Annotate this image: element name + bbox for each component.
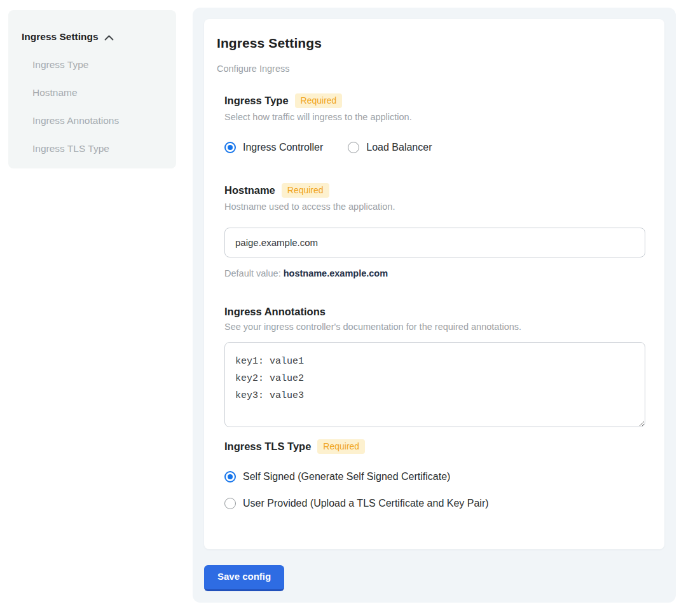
ingress-settings-panel: Ingress Settings Configure Ingress Ingre… <box>193 8 676 603</box>
hostname-default-value: Default value: hostname.example.com <box>224 268 645 278</box>
settings-sidebar: Ingress Settings Ingress Type Hostname I… <box>8 10 176 168</box>
required-badge: Required <box>317 439 365 454</box>
radio-label: User Provided (Upload a TLS Certificate … <box>243 498 489 509</box>
chevron-up-icon <box>104 34 114 41</box>
ingress-tls-type-label: Ingress TLS Type <box>224 441 311 453</box>
radio-icon[interactable] <box>348 142 359 153</box>
radio-icon[interactable] <box>224 471 236 483</box>
hostname-label: Hostname <box>224 184 275 196</box>
save-config-button[interactable]: Save config <box>204 565 284 591</box>
section-ingress-tls-type: Ingress TLS Type Required Self Signed (G… <box>224 439 645 509</box>
radio-option-user-provided[interactable]: User Provided (Upload a TLS Certificate … <box>224 498 645 509</box>
page-title: Ingress Settings <box>217 36 645 51</box>
ingress-annotations-textarea[interactable]: key1: value1 key2: value2 key3: value3 <box>224 342 645 427</box>
radio-icon[interactable] <box>224 498 236 509</box>
radio-label: Ingress Controller <box>243 142 323 153</box>
sidebar-item-hostname[interactable]: Hostname <box>32 87 163 99</box>
ingress-annotations-label: Ingress Annotations <box>224 306 326 318</box>
section-ingress-type: Ingress Type Required Select how traffic… <box>224 93 645 153</box>
sidebar-section-title: Ingress Settings <box>22 31 99 43</box>
hostname-help: Hostname used to access the application. <box>224 202 645 212</box>
radio-label: Self Signed (Generate Self Signed Certif… <box>243 471 450 483</box>
radio-option-load-balancer[interactable]: Load Balancer <box>348 142 432 153</box>
sidebar-item-ingress-tls-type[interactable]: Ingress TLS Type <box>32 143 163 154</box>
sidebar-section-ingress-settings[interactable]: Ingress Settings <box>22 31 163 43</box>
page-subtitle: Configure Ingress <box>217 64 645 74</box>
radio-option-self-signed[interactable]: Self Signed (Generate Self Signed Certif… <box>224 471 645 483</box>
ingress-settings-card: Ingress Settings Configure Ingress Ingre… <box>204 19 664 549</box>
section-ingress-annotations: Ingress Annotations See your ingress con… <box>224 306 645 427</box>
section-hostname: Hostname Required Hostname used to acces… <box>224 183 645 278</box>
hostname-default-value-text: hostname.example.com <box>284 268 388 278</box>
radio-label: Load Balancer <box>366 142 432 153</box>
hostname-input[interactable] <box>224 228 645 257</box>
sidebar-item-ingress-type[interactable]: Ingress Type <box>32 59 163 71</box>
required-badge: Required <box>282 183 329 198</box>
ingress-type-help: Select how traffic will ingress to the a… <box>224 112 645 122</box>
sidebar-item-ingress-annotations[interactable]: Ingress Annotations <box>32 115 163 127</box>
radio-option-ingress-controller[interactable]: Ingress Controller <box>224 142 323 153</box>
radio-icon[interactable] <box>224 142 236 153</box>
ingress-type-label: Ingress Type <box>224 95 289 107</box>
required-badge: Required <box>295 93 343 108</box>
ingress-annotations-help: See your ingress controller's documentat… <box>224 322 645 332</box>
